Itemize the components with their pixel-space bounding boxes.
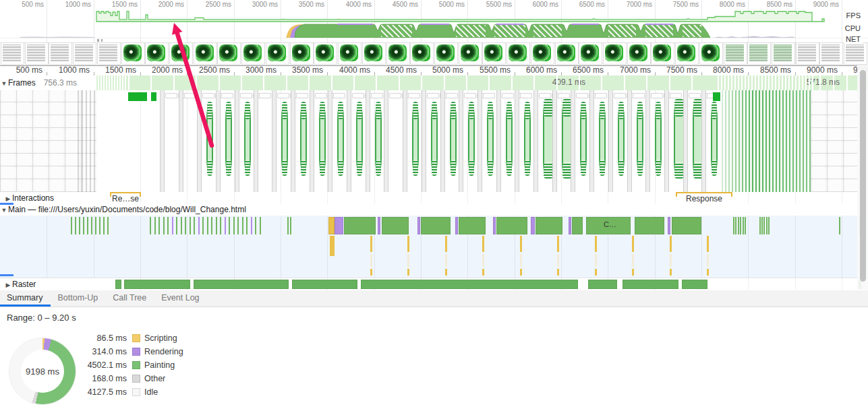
frame-event-chip[interactable] <box>614 93 626 98</box>
filmstrip-screenshot[interactable] <box>338 42 361 65</box>
timer-fired-bar[interactable] <box>407 269 409 276</box>
paint-activity-shape[interactable] <box>580 104 587 174</box>
frame-event-chip[interactable] <box>259 93 271 98</box>
filmstrip-screenshot[interactable] <box>699 42 723 65</box>
interaction-badge[interactable]: Response <box>676 192 732 203</box>
flame-event-bar[interactable] <box>335 217 343 234</box>
filmstrip-screenshot[interactable] <box>290 42 314 65</box>
paint-activity-shape[interactable] <box>711 104 718 174</box>
flame-event-bar[interactable] <box>569 217 571 234</box>
flame-event-bar[interactable] <box>531 217 535 234</box>
flame-event-bar[interactable] <box>496 217 527 234</box>
flame-event-sliver[interactable] <box>740 217 741 234</box>
frame-bar[interactable] <box>713 92 720 101</box>
tab-call-tree[interactable]: Call Tree <box>106 290 154 305</box>
timer-fired-bar[interactable] <box>670 236 672 252</box>
frames-strip[interactable]: 409.1 ms 571.8 ms <box>96 75 868 90</box>
flame-event-sliver[interactable] <box>172 217 173 234</box>
flame-event-sliver[interactable] <box>738 217 739 234</box>
flame-event-sliver[interactable] <box>83 217 84 234</box>
flame-event-sliver[interactable] <box>211 217 212 234</box>
timer-fired-bar[interactable] <box>445 254 447 267</box>
raster-track-header[interactable]: ▶Raster <box>4 280 36 289</box>
paint-activity-shape[interactable] <box>655 104 662 174</box>
tab-event-log[interactable]: Event Log <box>154 290 207 305</box>
frame-event-chip[interactable] <box>240 93 252 98</box>
expand-triangle-icon[interactable]: ▶ <box>4 195 12 202</box>
paint-activity-shape[interactable] <box>637 104 643 174</box>
timer-fired-bar[interactable] <box>520 254 522 267</box>
frame-event-chip[interactable] <box>689 93 701 98</box>
raster-activity-bar[interactable] <box>194 280 289 289</box>
flame-event-bar[interactable] <box>572 217 583 234</box>
flame-event-bar[interactable] <box>455 217 458 234</box>
raster-activity-bar[interactable] <box>588 280 617 289</box>
main-flame-chart[interactable]: C… <box>0 216 868 278</box>
filmstrip-screenshot[interactable] <box>49 42 72 65</box>
frame-event-chip[interactable] <box>165 93 177 98</box>
frames-detail-area[interactable] <box>0 90 868 193</box>
filmstrip-screenshot[interactable] <box>266 42 289 65</box>
frame-event-chip[interactable] <box>184 93 196 98</box>
frame-event-chip[interactable] <box>315 93 327 98</box>
flame-event-sliver[interactable] <box>71 217 72 234</box>
flame-event-sliver[interactable] <box>202 217 204 234</box>
filmstrip-screenshot[interactable] <box>627 42 651 65</box>
frame-event-chip[interactable] <box>296 93 308 98</box>
flame-event-sliver[interactable] <box>759 217 761 234</box>
flame-event-sliver[interactable] <box>95 217 96 234</box>
flame-event-bar[interactable] <box>668 217 670 234</box>
frame-event-chip[interactable] <box>446 93 458 98</box>
paint-activity-shape[interactable] <box>487 104 494 174</box>
filmstrip-screenshot[interactable] <box>1 42 24 65</box>
frame-bar[interactable] <box>128 92 147 101</box>
flame-event-sliver[interactable] <box>99 217 100 234</box>
frame-event-chip[interactable] <box>352 93 364 98</box>
paint-activity-shape[interactable] <box>337 104 344 174</box>
timer-fired-bar[interactable] <box>707 236 709 252</box>
flame-event-sliver[interactable] <box>237 217 239 234</box>
flame-event-sliver[interactable] <box>733 217 734 234</box>
timer-fired-bar[interactable] <box>370 269 372 276</box>
frame-event-chip[interactable] <box>595 93 607 98</box>
frames-track-header[interactable]: ▼Frames756.3 ms <box>0 75 96 90</box>
timer-fired-bar[interactable] <box>370 254 372 267</box>
flame-event-sliver[interactable] <box>766 217 768 234</box>
timer-fired-bar[interactable] <box>557 236 559 252</box>
flame-event-sliver[interactable] <box>246 217 248 234</box>
flame-event-bar[interactable] <box>635 217 664 234</box>
frame-event-chip[interactable] <box>277 93 289 98</box>
frame-event-chip[interactable] <box>408 93 420 98</box>
timer-fired-bar[interactable] <box>482 269 484 276</box>
paint-activity-shape[interactable] <box>618 104 625 174</box>
flame-event-sliver[interactable] <box>79 217 80 234</box>
frame-event-chip[interactable] <box>539 93 551 98</box>
raster-activity-bar[interactable] <box>361 280 578 289</box>
paint-activity-shape[interactable] <box>431 104 438 174</box>
flame-event-sliver[interactable] <box>198 217 200 234</box>
flame-event-bar[interactable] <box>421 217 451 234</box>
tab-bottom-up[interactable]: Bottom-Up <box>51 290 106 305</box>
flame-event-sliver[interactable] <box>154 217 156 234</box>
filmstrip-screenshot[interactable] <box>603 42 627 65</box>
filmstrip-screenshot[interactable] <box>410 42 434 65</box>
timer-fired-bar[interactable] <box>445 269 447 276</box>
raster-activity-bar[interactable] <box>292 280 357 289</box>
filmstrip-screenshot[interactable] <box>844 42 867 65</box>
frame-event-chip[interactable] <box>427 93 439 98</box>
flame-event-sliver[interactable] <box>216 217 217 234</box>
flame-event-sliver[interactable] <box>185 217 186 234</box>
frame-event-chip[interactable] <box>389 93 401 98</box>
paint-activity-shape[interactable] <box>300 104 307 174</box>
flame-event-sliver[interactable] <box>260 217 261 234</box>
vertical-scrollbar-thumb[interactable] <box>860 70 866 282</box>
collapse-triangle-icon[interactable]: ▼ <box>0 76 8 91</box>
filmstrip-screenshot[interactable] <box>747 42 771 65</box>
filmstrip-screenshot[interactable] <box>217 42 241 65</box>
flame-event-sliver[interactable] <box>255 217 256 234</box>
timer-fired-bar[interactable] <box>445 236 447 252</box>
tab-summary[interactable]: Summary <box>0 290 51 307</box>
filmstrip-screenshot[interactable] <box>362 42 386 65</box>
flame-event-sliver[interactable] <box>194 217 195 234</box>
flame-event-sliver[interactable] <box>163 217 165 234</box>
